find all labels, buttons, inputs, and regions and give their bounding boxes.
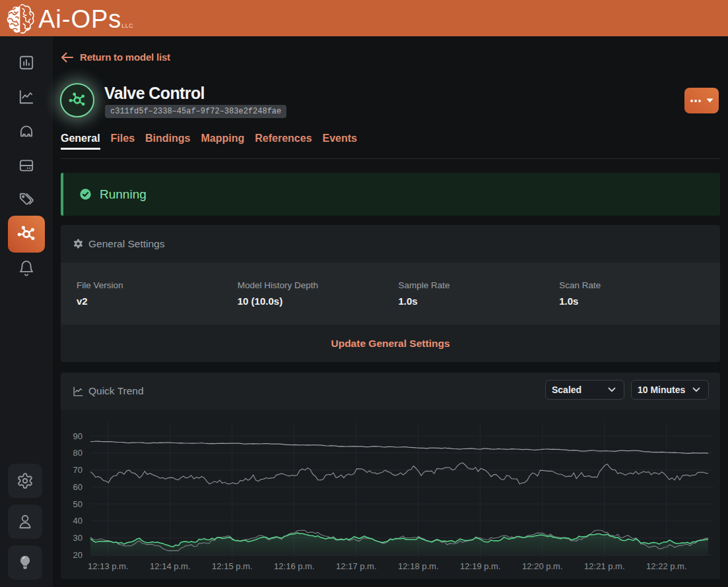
svg-text:12:14 p.m.: 12:14 p.m. <box>150 561 190 571</box>
svg-text:12:13 p.m.: 12:13 p.m. <box>88 561 128 571</box>
svg-text:70: 70 <box>73 465 83 475</box>
svg-text:12:19 p.m.: 12:19 p.m. <box>460 561 500 571</box>
svg-text:12:17 p.m.: 12:17 p.m. <box>336 561 376 571</box>
svg-text:12:18 p.m.: 12:18 p.m. <box>398 561 438 571</box>
svg-text:20: 20 <box>73 550 83 560</box>
svg-text:12:21 p.m.: 12:21 p.m. <box>584 561 624 571</box>
svg-text:12:22 p.m.: 12:22 p.m. <box>646 561 686 571</box>
svg-text:90: 90 <box>73 431 83 441</box>
svg-text:40: 40 <box>73 516 83 526</box>
svg-text:12:15 p.m.: 12:15 p.m. <box>212 561 252 571</box>
svg-text:30: 30 <box>73 533 83 543</box>
svg-text:12:16 p.m.: 12:16 p.m. <box>274 561 314 571</box>
svg-text:50: 50 <box>73 499 83 509</box>
svg-text:60: 60 <box>73 482 83 492</box>
svg-text:80: 80 <box>73 448 83 458</box>
svg-text:12:20 p.m.: 12:20 p.m. <box>522 561 562 571</box>
